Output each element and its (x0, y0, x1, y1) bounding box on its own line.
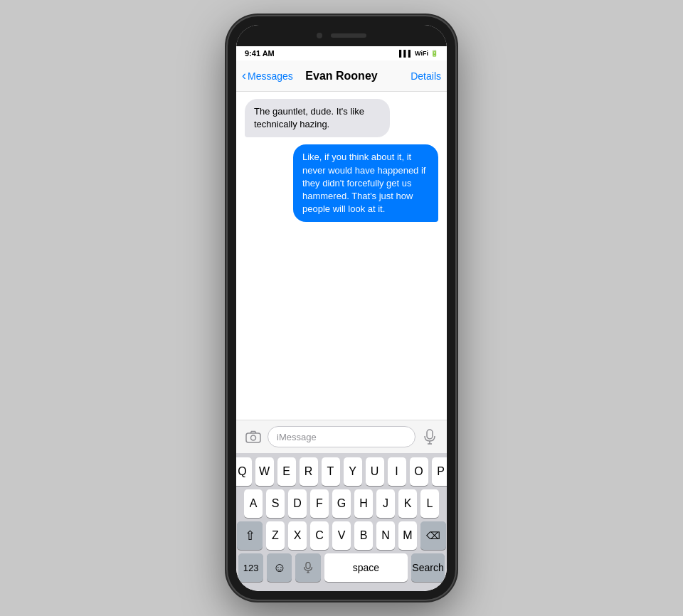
sent-bubble: Like, if you think about it, it never wo… (293, 144, 438, 222)
svg-rect-5 (306, 563, 310, 569)
key-y[interactable]: Y (344, 457, 362, 486)
key-m[interactable]: M (398, 521, 417, 550)
key-x[interactable]: X (288, 521, 307, 550)
battery-icon: 🔋 (430, 50, 438, 57)
signal-icon: ▌▌▌ (399, 50, 413, 57)
input-area: iMessage (236, 420, 447, 453)
key-q[interactable]: Q (236, 457, 252, 486)
sent-text: Like, if you think about it, it never wo… (302, 152, 425, 214)
keyboard-row-3: ⇧ Z X C V B N M ⌫ (238, 521, 445, 550)
status-time: 9:41 AM (245, 49, 275, 58)
space-key[interactable]: space (324, 553, 408, 582)
camera-button[interactable] (243, 427, 263, 447)
key-h[interactable]: H (354, 489, 373, 518)
key-v[interactable]: V (332, 521, 351, 550)
message-received: The gauntlet, dude. It's like technicall… (245, 99, 438, 137)
key-n[interactable]: N (376, 521, 395, 550)
key-j[interactable]: J (376, 489, 395, 518)
messages-area: The gauntlet, dude. It's like technicall… (236, 92, 447, 420)
svg-rect-2 (427, 430, 433, 439)
key-e[interactable]: E (277, 457, 296, 486)
nav-bar: ‹ Messages Evan Rooney Details (236, 60, 447, 92)
keyboard-mic-key[interactable] (295, 553, 320, 582)
camera-dot (317, 33, 322, 38)
phone-device: 9:41 AM ▌▌▌ WiFi 🔋 ‹ Messages Evan Roone… (228, 16, 455, 600)
key-u[interactable]: U (366, 457, 384, 486)
key-g[interactable]: G (332, 489, 351, 518)
conversation-title: Evan Rooney (305, 70, 377, 83)
shift-key[interactable]: ⇧ (237, 521, 263, 550)
key-p[interactable]: P (432, 457, 448, 486)
keyboard-row-2: A S D F G H J K L (238, 489, 445, 518)
key-w[interactable]: W (255, 457, 274, 486)
key-z[interactable]: Z (266, 521, 285, 550)
key-c[interactable]: C (310, 521, 329, 550)
key-t[interactable]: T (322, 457, 340, 486)
keyboard-row-4: 123 ☺ space Search (238, 553, 445, 585)
svg-point-1 (251, 435, 256, 440)
key-b[interactable]: B (354, 521, 373, 550)
status-icons: ▌▌▌ WiFi 🔋 (399, 50, 438, 57)
back-button[interactable]: ‹ Messages (242, 70, 293, 82)
speaker-grille (331, 33, 366, 38)
svg-rect-0 (246, 433, 260, 442)
key-k[interactable]: K (398, 489, 417, 518)
key-a[interactable]: A (244, 489, 263, 518)
details-button[interactable]: Details (411, 70, 441, 82)
received-text: The gauntlet, dude. It's like technicall… (254, 106, 364, 129)
key-i[interactable]: I (388, 457, 406, 486)
phone-inner: 9:41 AM ▌▌▌ WiFi 🔋 ‹ Messages Evan Roone… (236, 25, 447, 591)
phone-screen: 9:41 AM ▌▌▌ WiFi 🔋 ‹ Messages Evan Roone… (236, 46, 447, 591)
key-s[interactable]: S (266, 489, 285, 518)
wifi-icon: WiFi (415, 50, 428, 57)
status-bar: 9:41 AM ▌▌▌ WiFi 🔋 (236, 46, 447, 60)
key-o[interactable]: O (410, 457, 428, 486)
key-f[interactable]: F (310, 489, 329, 518)
message-sent: Like, if you think about it, it never wo… (245, 144, 438, 222)
emoji-key[interactable]: ☺ (267, 553, 292, 582)
back-label: Messages (248, 70, 293, 82)
keyboard-row-1: Q W E R T Y U I O P (238, 457, 445, 486)
delete-key[interactable]: ⌫ (420, 521, 446, 550)
phone-top-bar (236, 25, 447, 46)
numbers-key[interactable]: 123 (238, 553, 263, 582)
chevron-left-icon: ‹ (242, 69, 246, 82)
input-placeholder: iMessage (277, 432, 317, 442)
keyboard: Q W E R T Y U I O P A S D F G (236, 453, 447, 591)
received-bubble: The gauntlet, dude. It's like technicall… (245, 99, 390, 137)
key-d[interactable]: D (288, 489, 307, 518)
imessage-input[interactable]: iMessage (268, 426, 415, 447)
key-l[interactable]: L (420, 489, 439, 518)
search-key[interactable]: Search (411, 553, 445, 582)
key-r[interactable]: R (300, 457, 318, 486)
voice-input-button[interactable] (420, 427, 440, 447)
